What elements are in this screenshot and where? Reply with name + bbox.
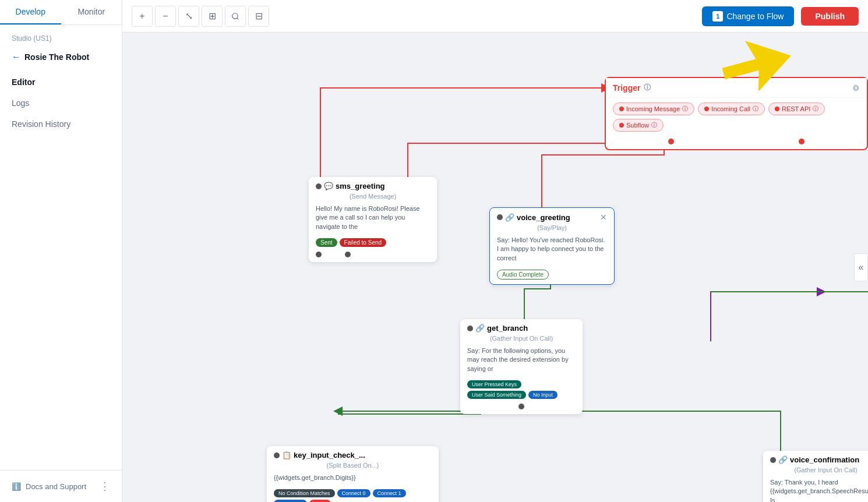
key-input-title: key_input_check_... [294, 451, 365, 459]
breadcrumb: Studio (US1) [0, 25, 122, 47]
tab-develop[interactable]: Develop [0, 0, 61, 24]
table-button[interactable]: ⊟ [248, 6, 269, 27]
voice-greeting-tags: Audio Complete [490, 267, 614, 284]
tag-no-input: No Input [528, 391, 558, 399]
help-icon: ⓘ [682, 105, 688, 113]
trigger-tags: Incoming Message ⓘ Incoming Call ⓘ REST … [606, 98, 867, 136]
key-input-subtype: (Split Based On...) [267, 462, 439, 471]
voice-greeting-title: voice_greeting [517, 213, 570, 222]
trigger-node-title: Trigger ⓘ [613, 83, 651, 93]
voice-confirm-body: Say: Thank you, I heard {{widgets.get_br… [763, 476, 868, 502]
tag-audio-complete: Audio Complete [497, 270, 549, 280]
svg-marker-1 [722, 38, 792, 91]
docs-support-label: Docs and Support [26, 482, 86, 491]
tag-user-pressed-keys: User Pressed Keys [467, 380, 521, 388]
get-branch-body: Say: For the following options, you may … [460, 344, 583, 378]
grid-button[interactable]: ⊞ [202, 6, 223, 27]
sidebar-tabs: Develop Monitor [0, 0, 122, 25]
key-input-icon: 📋 [282, 451, 291, 459]
toolbar: + − ⤡ ⊞ ⊟ 1 Change to Flow Publish [122, 0, 868, 33]
canvas[interactable]: Trigger ⓘ ⚙ Incoming Message ⓘ Incoming … [122, 33, 868, 502]
project-name: Rosie The Robot [24, 52, 89, 62]
sidebar: Develop Monitor Studio (US1) ← Rosie The… [0, 0, 122, 502]
sms-greeting-icon: 💬 [324, 182, 333, 190]
tag-no-condition: No Condition Matches [274, 489, 335, 497]
svg-point-0 [232, 13, 238, 18]
sidebar-footer: ℹ️ Docs and Support ⋮ [0, 470, 122, 502]
get-branch-node[interactable]: 🔗 get_branch (Gather Input On Call) Say:… [460, 319, 583, 414]
tag-failed-to-send: Failed to Send [340, 238, 387, 247]
circle-icon-3 [775, 107, 779, 111]
voice-confirm-subtype: (Gather Input On Call) [763, 466, 868, 476]
trigger-label: Trigger [613, 83, 640, 93]
collapse-sidebar-button[interactable]: « [854, 253, 868, 281]
app-container: Develop Monitor Studio (US1) ← Rosie The… [0, 0, 868, 502]
circle-icon [619, 107, 624, 111]
back-arrow-icon: ← [12, 52, 21, 62]
tag-user-said-something: User Said Something [467, 391, 526, 399]
voice-greeting-body: Say: Hello! You've reached RoboRosi. I a… [490, 234, 614, 267]
key-input-check-node[interactable]: 📋 key_input_check_... (Split Based On...… [267, 446, 439, 502]
voice-confirm-icon: 🔗 [778, 455, 788, 464]
tag-connect-0: Connect 0 [337, 489, 371, 497]
tag-connect-2: Connect 2 [274, 500, 307, 502]
trigger-tag-rest-api[interactable]: REST API ⓘ [768, 102, 825, 115]
sidebar-item-revision-history[interactable]: Revision History [0, 114, 122, 135]
sms-greeting-subtype: (Send Message) [309, 193, 437, 202]
trigger-help-icon: ⓘ [644, 83, 651, 93]
voice-confirmation-node[interactable]: 🔗 voice_confirmation (Gather Input On Ca… [763, 451, 868, 502]
voice-confirm-title: voice_confirmation [790, 455, 859, 464]
main-area: + − ⤡ ⊞ ⊟ 1 Change to Flow Publish [122, 0, 868, 502]
tag-sent: Sent [316, 238, 337, 247]
get-branch-title: get_branch [487, 324, 528, 333]
sms-greeting-title: sms_greeting [336, 182, 385, 190]
change-to-flow-badge: 1 [712, 11, 723, 22]
tag-new: NEW [309, 500, 331, 502]
back-button[interactable]: ← Rosie The Robot [0, 47, 122, 67]
help-icon-2: ⓘ [753, 105, 758, 113]
key-input-tags: No Condition Matches Connect 0 Connect 1… [267, 487, 439, 502]
get-branch-tags: User Pressed Keys User Said Something No… [460, 378, 583, 404]
voice-greeting-icon: 🔗 [505, 213, 514, 222]
help-icon-3: ⓘ [813, 105, 818, 113]
circle-icon-4 [619, 123, 624, 128]
search-button[interactable] [225, 6, 246, 27]
change-to-flow-label: Change to Flow [726, 12, 784, 21]
footer-more-icon[interactable]: ⋮ [100, 480, 110, 493]
get-branch-subtype: (Gather Input On Call) [460, 335, 583, 344]
chevron-left-icon: « [859, 262, 864, 273]
yellow-arrow-decoration [722, 38, 792, 93]
sidebar-item-logs[interactable]: Logs [0, 93, 122, 114]
trigger-settings-icon[interactable]: ⚙ [852, 83, 860, 93]
sidebar-nav: Editor Logs Revision History [0, 67, 122, 470]
sms-greeting-body: Hello! My name is RoboRosi! Please give … [309, 202, 437, 236]
get-branch-icon: 🔗 [475, 324, 485, 333]
publish-button[interactable]: Publish [801, 7, 859, 26]
tag-connect-1: Connect 1 [373, 489, 406, 497]
add-button[interactable]: + [132, 6, 153, 27]
key-input-body: {{widgets.get_branch.Digits}} [267, 471, 439, 487]
minus-button[interactable]: − [155, 6, 176, 27]
sidebar-item-editor[interactable]: Editor [0, 72, 122, 93]
fit-button[interactable]: ⤡ [178, 6, 199, 27]
sms-greeting-node[interactable]: 💬 sms_greeting (Send Message) Hello! My … [309, 177, 437, 262]
change-to-flow-button[interactable]: 1 Change to Flow [702, 6, 794, 26]
trigger-tag-subflow[interactable]: Subflow ⓘ [613, 119, 664, 132]
trigger-tag-incoming-call[interactable]: Incoming Call ⓘ [698, 102, 765, 115]
info-icon: ℹ️ [12, 482, 21, 491]
voice-greeting-subtype: (Say/Play) [490, 224, 614, 234]
circle-icon-2 [704, 107, 709, 111]
help-icon-4: ⓘ [651, 121, 657, 129]
trigger-tag-incoming-message[interactable]: Incoming Message ⓘ [613, 102, 694, 115]
sms-greeting-tags: Sent Failed to Send [309, 236, 437, 252]
voice-greeting-close-icon[interactable]: ✕ [600, 213, 607, 222]
voice-greeting-node[interactable]: 🔗 voice_greeting ✕ (Say/Play) Say: Hello… [489, 207, 615, 285]
tab-monitor[interactable]: Monitor [61, 0, 122, 24]
docs-support-link[interactable]: ℹ️ Docs and Support [12, 482, 86, 491]
